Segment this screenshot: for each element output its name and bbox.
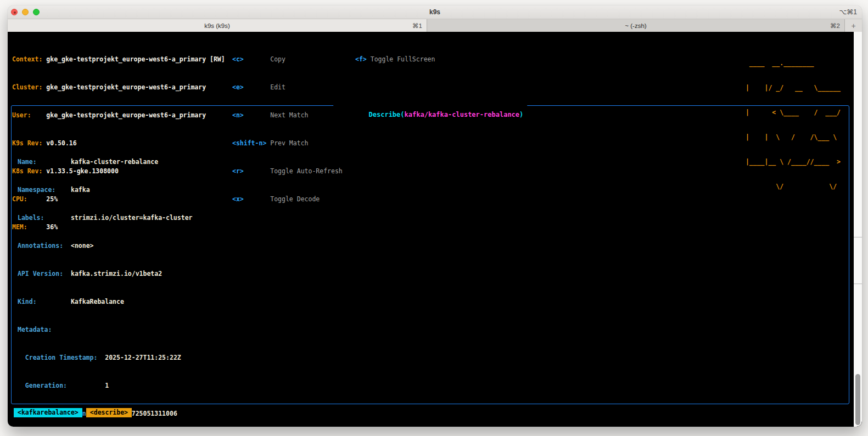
describe-line: Generation: 1 [18,381,849,390]
field-value: <none> [71,242,94,250]
title-prefix: Describe( [369,111,405,118]
field-key: Creation Timestamp: [18,354,97,361]
menu-item-fullscreen: <f> Toggle FullScreen [355,55,435,64]
breadcrumb: <kafkarebalance> <describe> [14,408,132,417]
field-key: API Version: [18,270,63,278]
terminal-window: k9s ⌥⌘1 k9s (k9s) ⌘1 ~ (-zsh) ⌘2 + Conte… [8,5,862,427]
tab-shortcut: ⌘2 [830,22,840,30]
scrollbar-track[interactable] [854,32,862,427]
describe-output: Name: kafka-cluster-rebalance Namespace:… [12,134,849,427]
title-suffix: ) [519,111,523,118]
describe-line: Labels: strimzi.io/cluster=kafka-cluster [18,213,849,223]
tab-label: ~ (-zsh) [625,22,646,29]
field-key: Annotations: [18,242,63,250]
hotkey: <f> [355,55,371,63]
tab-k9s[interactable]: k9s (k9s) ⌘1 [8,19,427,32]
hotkey-desc: Toggle FullScreen [371,55,435,63]
info-value: gke_gke-testprojekt_europe-west6-a_prima… [46,83,206,91]
menu-item-edit: <e> Edit [232,83,343,92]
spacer [37,298,71,305]
scrollbar-mark [854,237,862,237]
info-row-context: Context: gke_gke-testprojekt_europe-west… [12,55,225,64]
describe-line: Metadata: [18,325,849,335]
hotkey-desc: Edit [270,83,285,91]
field-key: Name: [18,158,37,166]
info-label: Context: [12,55,46,63]
menu-item-copy: <c> Copy [232,55,343,64]
tab-label: k9s (k9s) [204,22,230,29]
field-value: strimzi.io/cluster=kafka-cluster [71,214,193,222]
logo-line: ____ __.________ [746,59,841,67]
crumb-kafkarebalance: <kafkarebalance> [14,408,82,417]
field-value: KafkaRebalance [71,298,124,305]
field-value: kafka [71,186,90,194]
logo-line: | |/ _/ __ \______ [746,84,841,92]
hotkey-menu-2: <f> Toggle FullScreen [355,36,435,83]
field-key: Labels: [18,214,44,222]
info-row-cluster: Cluster: gke_gke-testprojekt_europe-west… [12,83,225,92]
hotkey: <c> [232,55,270,63]
scrollbar-mark [854,284,862,284]
field-value: 2025-12-27T11:25:22Z [105,354,181,361]
spacer [44,214,70,222]
title-bar[interactable]: k9s ⌥⌘1 [8,5,862,19]
window-shortcut-badge: ⌥⌘1 [839,5,857,19]
tab-bar: k9s (k9s) ⌘1 ~ (-zsh) ⌘2 + [8,19,862,32]
spacer [97,354,105,361]
window-title: k9s [8,5,862,19]
describe-line: Kind: KafkaRebalance [18,297,849,307]
crumb-describe: <describe> [86,408,132,417]
tab-shortcut: ⌘1 [412,22,422,30]
field-key: Kind: [18,298,37,305]
info-value: gke_gke-testprojekt_europe-west6-a_prima… [46,55,225,63]
field-key: Generation: [18,382,67,389]
spacer [63,270,71,278]
describe-line: Name: kafka-cluster-rebalance [18,157,849,167]
field-key: Namespace: [18,186,55,194]
info-label: Cluster: [12,83,46,91]
spacer [67,382,105,389]
describe-panel-title: Describe(kafka/kafka-cluster-rebalance) [333,101,528,129]
spacer [63,242,71,250]
field-value: kafka-cluster-rebalance [71,158,158,166]
scrollbar-thumb[interactable] [855,374,860,425]
k9s-header: Context: gke_gke-testprojekt_europe-west… [12,36,853,104]
tab-zsh[interactable]: ~ (-zsh) ⌘2 [427,19,845,32]
spacer [37,158,71,166]
describe-line: Annotations: <none> [18,241,849,251]
describe-panel: Describe(kafka/kafka-cluster-rebalance) … [11,105,849,404]
hotkey: <e> [232,83,270,91]
describe-line: API Version: kafka.strimzi.io/v1beta2 [18,269,849,279]
describe-line: Creation Timestamp: 2025-12-27T11:25:22Z [18,353,849,363]
spacer [55,186,71,194]
hotkey-desc: Copy [270,55,285,63]
title-resource: kafka/kafka-cluster-rebalance [405,111,520,118]
field-key: Metadata: [18,326,52,333]
new-tab-button[interactable]: + [845,19,862,32]
field-value: kafka.strimzi.io/v1beta2 [71,270,162,278]
field-value: 1 [105,382,109,389]
describe-line: Namespace: kafka [18,185,849,195]
describe-line: Resource Version: 1766834725051311006 [18,409,849,418]
plus-icon: + [851,21,855,30]
terminal-content[interactable]: Context: gke_gke-testprojekt_europe-west… [8,32,862,427]
